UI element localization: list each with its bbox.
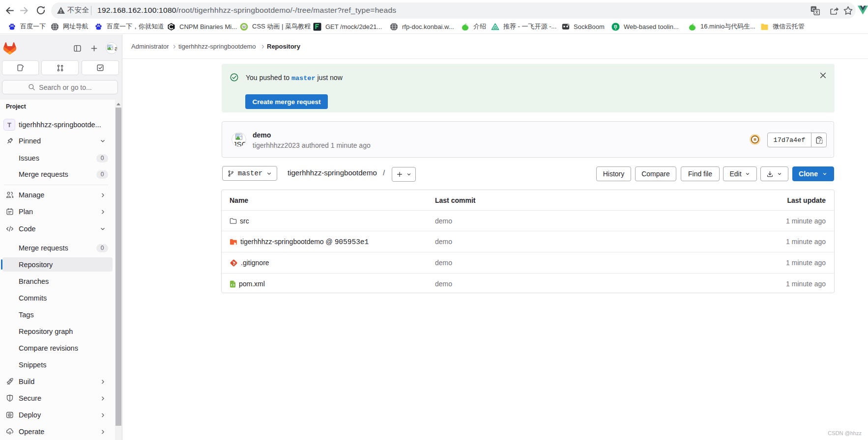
svg-text:B: B xyxy=(614,24,617,29)
